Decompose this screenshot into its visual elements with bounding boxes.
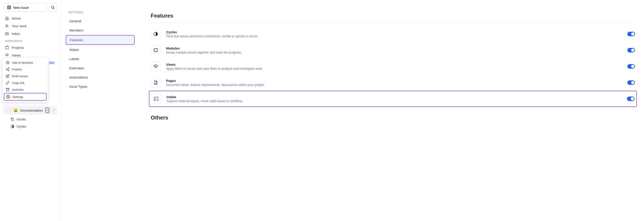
svg-point-16 — [154, 49, 155, 50]
archive-icon — [6, 88, 10, 92]
settings-labels[interactable]: Labels — [66, 54, 134, 63]
settings-features[interactable]: Features — [66, 35, 134, 45]
more-horizontal-icon — [46, 109, 49, 112]
page-title: Features — [151, 12, 635, 23]
feature-icon-pages — [151, 78, 161, 88]
context-publish[interactable]: Publish — [4, 66, 46, 73]
svg-point-17 — [156, 49, 156, 50]
svg-rect-15 — [154, 48, 158, 52]
project-expand-toggle[interactable] — [52, 108, 56, 112]
context-copy-link[interactable]: Copy link — [4, 80, 46, 86]
feature-title: Modules — [166, 46, 622, 50]
nav-home[interactable]: Home — [2, 14, 58, 22]
dice-icon — [153, 48, 158, 53]
context-settings[interactable]: Settings — [4, 93, 46, 100]
feature-title: Cycles — [166, 30, 622, 34]
layers-icon — [153, 64, 158, 69]
settings-members[interactable]: Members — [66, 26, 134, 35]
svg-point-5 — [6, 69, 7, 70]
project-more-button[interactable] — [45, 108, 49, 113]
feature-row-views: Views Apply filters to issues and save t… — [151, 58, 635, 74]
project-sub-issues[interactable]: Issues — [2, 116, 58, 123]
settings-estimates[interactable]: Estimates — [66, 64, 134, 72]
toggle-intake[interactable] — [627, 96, 634, 101]
settings-automations[interactable]: Automations — [66, 73, 134, 82]
svg-point-1 — [52, 6, 54, 8]
search-icon — [51, 6, 55, 10]
toggle-modules[interactable] — [627, 48, 635, 52]
workspace-header: WORKSPACE — [2, 37, 58, 44]
settings-general[interactable]: General — [66, 17, 134, 26]
context-settings-label: Settings — [12, 95, 24, 98]
svg-point-9 — [46, 110, 46, 110]
project-sub-cycles[interactable]: Cycles — [2, 123, 58, 130]
star-icon — [6, 60, 10, 64]
feature-title: Intake — [166, 95, 622, 99]
svg-point-18 — [154, 51, 155, 51]
svg-point-8 — [8, 96, 9, 98]
feature-row-modules: Modules Group multiple issues together a… — [151, 42, 635, 58]
svg-point-2 — [6, 25, 8, 26]
nav-views-label: Views — [12, 53, 21, 57]
context-add-favorites[interactable]: Add to favorites — [4, 59, 46, 66]
new-issue-label: New issue — [13, 6, 29, 10]
new-issue-button[interactable]: New issue — [4, 3, 47, 12]
feature-row-cycles: Cycles Time-box issues and boost momentu… — [151, 26, 635, 42]
nav-your-work-label: Your work — [12, 24, 26, 28]
main-content: Features Cycles Time-box issues and boos… — [137, 0, 644, 221]
svg-point-6 — [8, 70, 9, 71]
copy-stack-icon — [10, 117, 14, 121]
feature-title: Pages — [166, 79, 622, 82]
link-icon — [6, 81, 10, 85]
feature-description: Apply filters to issues and save them to… — [166, 67, 622, 70]
project-documentation[interactable]: ⋮⋮ 😀 Documentation — [3, 106, 58, 115]
views-icon — [5, 53, 9, 57]
svg-point-11 — [48, 110, 48, 110]
nav-projects[interactable]: Projects — [2, 44, 58, 51]
nav-home-label: Home — [12, 16, 21, 20]
feature-icon-cycles — [151, 29, 161, 39]
edit-square-icon — [7, 6, 11, 10]
contrast-icon — [153, 32, 158, 36]
contrast-icon — [10, 124, 14, 128]
toggle-pages[interactable] — [627, 80, 635, 85]
toggle-views[interactable] — [627, 64, 635, 69]
nav-your-work[interactable]: Your work — [2, 22, 58, 30]
drag-handle-icon[interactable]: ⋮⋮ — [6, 109, 11, 112]
svg-rect-7 — [6, 88, 9, 89]
inbox-icon — [5, 32, 9, 36]
svg-point-4 — [8, 68, 9, 69]
chevron-down-icon — [52, 108, 56, 112]
settings-states[interactable]: States — [66, 45, 134, 54]
projects-icon — [5, 46, 9, 50]
context-draft-issues[interactable]: Draft issues — [4, 73, 46, 80]
search-button[interactable] — [49, 3, 57, 12]
feature-description: Capture external inputs, move valid issu… — [166, 99, 622, 103]
settings-nav: SETTINGS General Members Features States… — [61, 0, 137, 221]
project-sub-cycles-label: Cycles — [17, 125, 26, 128]
context-menu: Add to favorites Publish Draft issues Co… — [2, 58, 48, 102]
feature-icon-intake — [151, 94, 161, 104]
context-draft-label: Draft issues — [12, 74, 28, 78]
share-icon — [6, 67, 10, 71]
context-archives[interactable]: Archives — [4, 86, 46, 93]
nav-inbox[interactable]: Inbox — [2, 30, 58, 37]
gear-icon — [6, 95, 10, 99]
svg-rect-3 — [6, 46, 8, 49]
toggle-cycles[interactable] — [627, 32, 635, 36]
feature-row-pages: Pages Document ideas, feature requiremen… — [151, 74, 635, 91]
settings-heading: SETTINGS — [66, 11, 134, 17]
project-sub-issues-label: Issues — [17, 118, 26, 121]
intake-icon — [154, 96, 159, 101]
settings-issue-types[interactable]: Issue Types — [66, 82, 134, 91]
nav-inbox-label: Inbox — [12, 32, 20, 36]
feature-description: Time-box issues and boost momentum, simi… — [166, 34, 622, 38]
nav-projects-label: Projects — [12, 46, 24, 50]
home-icon — [5, 16, 9, 20]
project-emoji: 😀 — [14, 108, 18, 112]
pro-badge: Pro — [48, 61, 56, 64]
svg-point-19 — [156, 51, 156, 51]
context-copy-link-label: Copy link — [12, 81, 24, 84]
context-archives-label: Archives — [12, 88, 24, 91]
feature-description: Group multiple issues together and track… — [166, 51, 622, 54]
